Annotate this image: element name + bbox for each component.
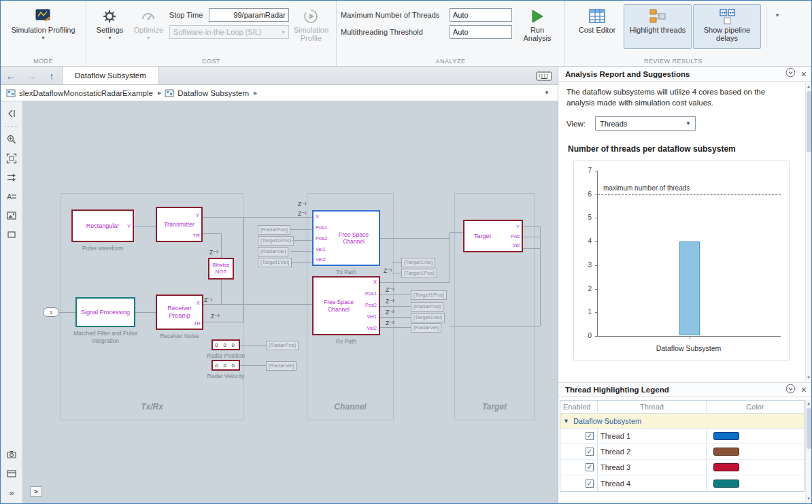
block-signal-processing[interactable]: Signal Processing [75,297,135,327]
optimize-button[interactable]: Optimize ▾ [129,4,168,44]
thread-color-swatch[interactable] [713,432,739,440]
scroll-down-icon[interactable]: ▾ [807,495,810,502]
wire [392,262,401,263]
thread-color-swatch[interactable] [713,448,739,456]
legend-scrollbar[interactable]: ▴ ▾ [805,400,811,502]
expander-icon[interactable]: ▼ [563,418,569,424]
tag-target1vel[interactable]: [Target1Vel] [411,313,445,322]
port-label: Pos1 [316,224,327,231]
breadcrumb-dropdown-icon[interactable]: ▼ [544,90,549,96]
tag-target1pos[interactable]: [Target1Pos] [411,290,447,300]
viewmark-camera-icon[interactable] [3,446,20,463]
highlight-threads-button[interactable]: Highlight threads [624,4,692,49]
block-receiver-preamp[interactable]: Receiver Preamp X TR [156,295,203,330]
back-button[interactable]: ← [1,67,21,84]
area-box-icon[interactable] [3,226,20,243]
expand-toolbar-icon[interactable]: » [3,484,20,501]
block-radar-position[interactable]: 0 0 0 [212,339,240,350]
tag-target1pos[interactable]: [Target1Pos] [258,236,294,246]
thread-1-checkbox[interactable]: ✓ [586,432,594,440]
run-analysis-button[interactable]: Run Analysis [516,4,558,45]
tag-target1vel[interactable]: [Target1Vel] [401,258,435,267]
block-transmitter[interactable]: Transmitter Y TR [156,207,203,242]
signal-routing-icon[interactable] [3,169,20,186]
block-free-space-channel-tx[interactable]: Free Space Channel X Pos1 Pos2 Vel1 Vel2 [312,210,380,266]
scroll-down-icon[interactable]: ▾ [807,374,810,381]
breadcrumb-item-current[interactable]: Dataflow Subsystem [177,89,249,97]
thread-color-swatch[interactable] [713,480,739,488]
analysis-report-header: Analysis Report and Suggestions × [558,67,812,82]
delay-label-z1: Z⁻¹ [384,267,392,274]
block-rectangular[interactable]: Rectangular Y [71,209,134,242]
hide-sidebar-icon[interactable] [3,105,20,122]
wire [203,304,312,305]
scroll-up-icon[interactable]: ▴ [807,400,810,407]
legend-group-row[interactable]: ▼ Dataflow Subsystem [560,414,804,429]
tag-radarvel[interactable]: [RadarVel] [266,361,297,371]
wire [290,262,312,263]
keyboard-shortcuts-icon[interactable] [536,70,552,85]
tag-radarvel[interactable]: [RadarVel] [411,323,441,333]
fit-to-view-icon[interactable] [3,150,20,167]
overflow-arrow-icon: ▾ [776,12,779,18]
thread-2-checkbox[interactable]: ✓ [586,448,594,456]
tag-radarpos[interactable]: [RadarPos] [266,341,299,350]
outport-1[interactable]: 1 [43,307,59,317]
zoom-icon[interactable] [3,131,20,148]
model-canvas[interactable]: Tx/Rx Channel Target [23,101,558,503]
ribbon-section-mode: Simulation Profiling ▾ MODE [1,1,86,66]
scroll-up-icon[interactable]: ▴ [807,83,810,90]
cost-editor-button[interactable]: Cost Editor [575,4,620,49]
thread-color-swatch[interactable] [713,463,739,471]
thread-4-checkbox[interactable]: ✓ [586,480,594,488]
tag-radarvel[interactable]: [RadarVel] [258,247,288,256]
forward-button[interactable]: → [21,67,41,84]
view-dropdown[interactable]: Threads ▼ [595,116,696,131]
block-free-space-channel-rx[interactable]: Free Space Channel X Pos1 Pos2 Vel1 Vel2 [312,276,380,335]
close-panel-icon[interactable]: × [801,69,807,79]
show-console-button[interactable]: > [30,486,42,497]
scrollbar-thumb[interactable] [807,91,811,152]
x-tick [690,336,690,339]
tag-radarpos[interactable]: [RadarPos] [411,302,443,312]
analysis-scrollbar[interactable]: ▴ ▾ [805,83,811,381]
scrollbar-thumb[interactable] [807,408,811,449]
review-overflow-button[interactable]: ▾ [771,4,783,21]
thread-3-checkbox[interactable]: ✓ [586,463,594,471]
analysis-report-body: The dataflow subsystems will utilize 4 c… [558,82,812,382]
tag-radarpos[interactable]: [RadarPos] [258,225,290,235]
close-panel-icon[interactable]: × [801,385,807,394]
tab-dataflow-subsystem[interactable]: Dataflow Subsystem [62,67,159,84]
image-annotation-icon[interactable] [3,207,20,224]
delay-label-z3: Z⁻³ [386,309,394,316]
tag-target1pos[interactable]: [Target1Pos] [401,269,437,278]
settings-button[interactable]: Settings ▾ [90,4,129,44]
max-threads-line [598,195,781,195]
block-bitwise-not[interactable]: Bitwise NOT [208,258,234,280]
show-pipeline-delays-button[interactable]: Show pipeline delays [693,4,761,49]
collapse-panel-icon[interactable] [785,384,796,397]
wire [380,295,411,295]
threshold-label: Multithreading Threshold [341,28,450,36]
palette-divider [5,127,18,127]
stop-time-input[interactable] [209,8,289,22]
breadcrumb-item-root[interactable]: slexDataflowMonostaticRadarExample [19,89,153,97]
tag-target1vel[interactable]: [Target1Vel] [258,258,292,267]
max-threads-annotation: maximum number of threads [603,184,690,192]
gauge-icon [140,7,156,26]
block-radar-velocity[interactable]: 0 0 0 [212,360,240,371]
port-label: Y [516,224,520,230]
simulation-profiling-button[interactable]: Simulation Profiling ▾ [7,4,78,44]
up-to-parent-button[interactable]: ↑ [41,67,62,84]
collapse-panel-icon[interactable] [785,67,796,80]
threshold-input[interactable] [450,25,512,39]
block-target[interactable]: Target Y Pos Vel [463,220,523,252]
analysis-report-title: Analysis Report and Suggestions [565,70,690,78]
perspectives-icon[interactable] [3,465,20,482]
annotation-icon[interactable]: A [3,188,20,205]
dropdown-arrow-icon: ▾ [147,35,150,41]
max-threads-input[interactable] [450,8,512,22]
sil-dropdown[interactable]: Software-in-the-Loop (SIL) ▾ [169,25,289,39]
legend-group-label: Dataflow Subsystem [573,417,641,425]
simulation-profile-button[interactable]: Simulation Profile [290,4,332,45]
